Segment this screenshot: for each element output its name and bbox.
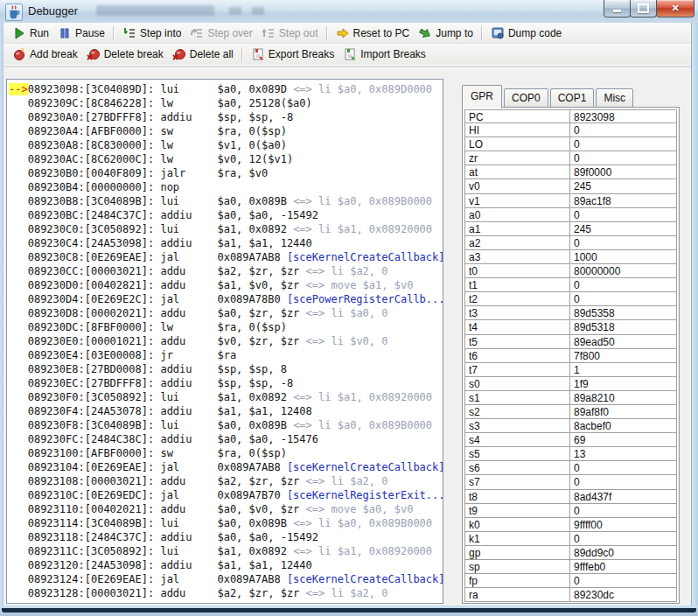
disasm-row[interactable]: 08923120:[24A53098]: addiu $a1, $a1, 124…: [9, 558, 443, 572]
disasm-row[interactable]: 089230BC:[2484C37C]: addiu $a0, $a0, -15…: [9, 208, 443, 222]
window-right-border: [691, 23, 698, 606]
register-value[interactable]: 7f800: [570, 349, 676, 362]
register-value[interactable]: 0: [570, 475, 676, 488]
disasm-row[interactable]: 089230CC:[00003021]: addu $a2, $zr, $zr …: [9, 264, 443, 278]
disasm-row[interactable]: 089230C0:[3C050892]: lui $a1, 0x0892 <=>…: [9, 222, 443, 236]
disasm-row[interactable]: 089230EC:[27BDFFF8]: addiu $sp, $sp, -8: [9, 376, 443, 390]
delete-all-button[interactable]: Delete all: [168, 46, 238, 63]
register-value[interactable]: 0: [570, 461, 676, 474]
dump-code-button[interactable]: Dump code: [486, 24, 566, 42]
disasm-instruction-text: 089230A0:[27BDFFF8]: addiu $sp, $sp, -8: [28, 111, 293, 123]
disasm-row[interactable]: 08923114:[3C04089B]: lui $a0, 0x089B <=>…: [9, 516, 443, 530]
run-button[interactable]: Run: [8, 24, 53, 42]
tab-misc[interactable]: Misc: [596, 88, 633, 108]
disasm-row[interactable]: 089230C4:[24A53098]: addiu $a1, $a1, 124…: [9, 236, 443, 250]
register-value[interactable]: 89f0000: [570, 165, 676, 178]
disasm-row[interactable]: 089230B8:[3C04089B]: lui $a0, 0x089B <=>…: [9, 194, 443, 208]
register-value[interactable]: 8acbef0: [570, 419, 676, 432]
register-value[interactable]: 245: [570, 179, 676, 192]
disasm-row[interactable]: 089230FC:[2484C38C]: addiu $a0, $a0, -15…: [9, 432, 443, 446]
tab-cop0[interactable]: COP0: [504, 88, 548, 108]
register-value[interactable]: 89d5358: [570, 306, 676, 319]
disasm-row[interactable]: 08923108:[00003021]: addu $a2, $zr, $zr …: [9, 474, 443, 488]
register-value[interactable]: 245: [570, 222, 676, 235]
disasm-row[interactable]: 089230F0:[3C050892]: lui $a1, 0x0892 <=>…: [9, 390, 443, 404]
jump-to-button[interactable]: Jump to: [414, 24, 478, 42]
register-value[interactable]: 0: [570, 236, 676, 249]
disasm-row[interactable]: 0892310C:[0E269EDC]: jal 0x089A7B70 [sce…: [9, 488, 443, 502]
register-row: k10: [464, 532, 677, 546]
tab-gpr[interactable]: GPR: [462, 85, 502, 108]
register-value[interactable]: 1000: [570, 250, 676, 263]
register-value[interactable]: 69: [570, 433, 676, 446]
maximize-button[interactable]: [630, 0, 657, 18]
delete-break-button[interactable]: Delete break: [82, 46, 168, 63]
register-value[interactable]: 8ad437f: [570, 490, 676, 503]
step-into-button[interactable]: Step into: [118, 24, 185, 42]
register-value[interactable]: 89a8210: [570, 391, 676, 404]
import-breaks-button[interactable]: Import Breaks: [339, 46, 430, 63]
disasm-row[interactable]: 089230B4:[00000000]: nop: [9, 180, 443, 194]
add-break-button[interactable]: Add break: [8, 46, 82, 63]
register-value[interactable]: 0: [570, 278, 676, 291]
disasm-function-link[interactable]: [scePowerRegisterCallb...: [281, 293, 443, 305]
disasm-row[interactable]: 0892311C:[3C050892]: lui $a1, 0x0892 <=>…: [9, 544, 443, 558]
disasm-row[interactable]: 0892309C:[8C846228]: lw $a0, 25128($a0): [9, 96, 443, 110]
export-breaks-button[interactable]: Export Breaks: [247, 46, 339, 63]
disasm-row[interactable]: 08923124:[0E269EAE]: jal 0x089A7AB8 [sce…: [9, 572, 443, 586]
disasm-row[interactable]: 089230F8:[3C04089B]: lui $a0, 0x089B <=>…: [9, 418, 443, 432]
register-value[interactable]: 0: [570, 574, 676, 587]
disasm-row[interactable]: 08923110:[00402021]: addu $a0, $v0, $zr …: [9, 502, 443, 516]
disasm-row[interactable]: 089230A8:[8C830000]: lw $v1, 0($a0): [9, 138, 443, 152]
disasm-row[interactable]: 089230D8:[00002021]: addu $a0, $zr, $zr …: [9, 306, 443, 320]
register-value[interactable]: 0: [570, 208, 676, 221]
tab-cop1[interactable]: COP1: [550, 88, 595, 108]
disasm-row[interactable]: 089230E4:[03E00008]: jr $ra: [9, 348, 443, 362]
disasm-row[interactable]: 08923128:[00003021]: addu $a2, $zr, $zr …: [9, 586, 443, 600]
close-button[interactable]: ✕: [656, 0, 695, 18]
register-value[interactable]: 89ead50: [570, 335, 676, 348]
disasm-row[interactable]: -->08923098:[3C04089D]: lui $a0, 0x089D …: [9, 82, 443, 96]
disasm-row[interactable]: 089230AC:[8C62000C]: lw $v0, 12($v1): [9, 152, 443, 166]
register-value[interactable]: 89dd9c0: [570, 546, 676, 559]
register-value[interactable]: 0: [570, 532, 676, 545]
register-value[interactable]: 8923098: [570, 110, 676, 122]
register-value[interactable]: 89d5318: [570, 320, 676, 333]
register-value[interactable]: 9ffff00: [570, 518, 676, 531]
register-value[interactable]: 9fffeb0: [570, 560, 676, 573]
register-value[interactable]: 0: [570, 504, 676, 517]
register-value[interactable]: 0: [570, 137, 676, 150]
disasm-row[interactable]: 08923100:[AFBF0000]: sw $ra, 0($sp): [9, 446, 443, 460]
disasm-row[interactable]: 089230E0:[00001021]: addu $v0, $zr, $zr …: [9, 334, 443, 348]
register-value[interactable]: 1: [570, 363, 676, 376]
register-value[interactable]: 13: [570, 447, 676, 460]
disasm-row[interactable]: 08923104:[0E269EAE]: jal 0x089A7AB8 [sce…: [9, 460, 443, 474]
disasm-row[interactable]: 089230E8:[27BD0008]: addiu $sp, $sp, 8: [9, 362, 443, 376]
minimize-button[interactable]: [604, 0, 631, 18]
disasm-row[interactable]: 089230A4:[AFBF0000]: sw $ra, 0($sp): [9, 124, 443, 138]
register-value[interactable]: 0: [570, 151, 676, 164]
pause-button[interactable]: Pause: [53, 24, 109, 42]
disasm-function-link[interactable]: [sceKernelCreateCallback]: [281, 461, 443, 473]
disasm-row[interactable]: 089230F4:[24A53078]: addiu $a1, $a1, 124…: [9, 404, 443, 418]
disasm-row[interactable]: 089230D4:[0E269E2C]: jal 0x089A78B0 [sce…: [9, 292, 443, 306]
disasm-row[interactable]: 089230B0:[0040F809]: jalr $ra, $v0: [9, 166, 443, 180]
disasm-function-link[interactable]: [sceKernelRegisterExit...: [281, 489, 443, 501]
titlebar[interactable]: Debugger ✕: [0, 0, 698, 24]
disasm-row[interactable]: 089230C8:[0E269EAE]: jal 0x089A7AB8 [sce…: [9, 250, 443, 264]
register-value[interactable]: 1f9: [570, 377, 676, 390]
disasm-function-link[interactable]: [sceKernelCreateCallback]: [281, 573, 443, 585]
register-value[interactable]: 89af8f0: [570, 405, 676, 418]
disasm-row[interactable]: 089230D0:[00402821]: addu $a1, $v0, $zr …: [9, 278, 443, 292]
disassembly-panel[interactable]: -->08923098:[3C04089D]: lui $a0, 0x089D …: [6, 79, 443, 604]
disasm-function-link[interactable]: [sceKernelCreateCallback]: [281, 251, 443, 263]
register-value[interactable]: 0: [570, 292, 676, 305]
reset-to-pc-button[interactable]: Reset to PC: [332, 24, 415, 42]
disasm-row[interactable]: 089230DC:[8FBF0000]: lw $ra, 0($sp): [9, 320, 443, 334]
register-value[interactable]: 89230dc: [570, 588, 676, 601]
register-value[interactable]: 80000000: [570, 264, 676, 277]
disasm-row[interactable]: 089230A0:[27BDFFF8]: addiu $sp, $sp, -8: [9, 110, 443, 124]
register-value[interactable]: 89ac1f8: [570, 194, 676, 207]
disasm-row[interactable]: 08923118:[2484C37C]: addiu $a0, $a0, -15…: [9, 530, 443, 544]
register-value[interactable]: 0: [570, 123, 676, 136]
